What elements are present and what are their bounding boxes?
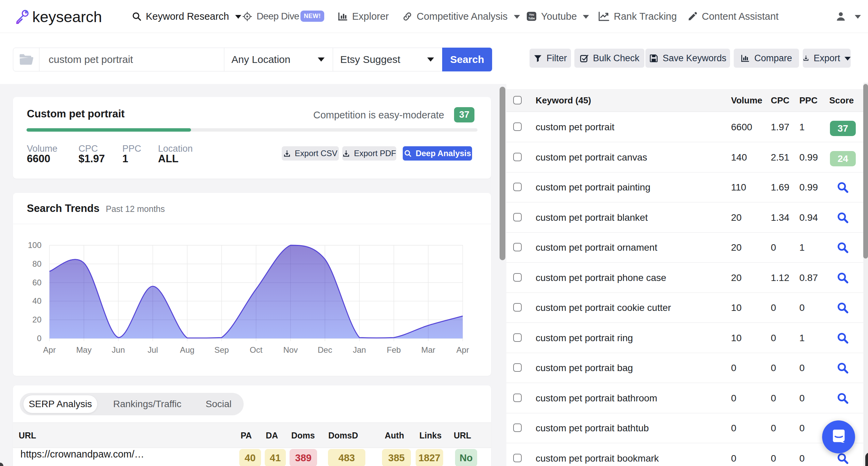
svg-text:40: 40 [32, 296, 41, 305]
svg-text:80: 80 [32, 259, 41, 268]
svg-text:You: You [529, 13, 534, 16]
svg-text:Sep: Sep [214, 345, 229, 354]
svg-text:Aug: Aug [180, 345, 194, 354]
svg-text:0: 0 [37, 334, 41, 343]
svg-text:Tube: Tube [528, 17, 535, 20]
svg-text:Feb: Feb [387, 345, 401, 354]
svg-text:20: 20 [32, 315, 41, 324]
svg-text:Oct: Oct [250, 345, 263, 354]
svg-text:60: 60 [32, 278, 41, 287]
svg-text:Dec: Dec [318, 345, 332, 354]
svg-text:Mar: Mar [421, 345, 435, 354]
svg-text:Nov: Nov [283, 345, 298, 354]
svg-text:Apr: Apr [43, 345, 56, 354]
svg-text:Jun: Jun [112, 345, 125, 354]
svg-text:100: 100 [28, 240, 41, 250]
svg-text:May: May [76, 345, 91, 354]
svg-text:Jul: Jul [147, 345, 158, 354]
svg-text:Apr: Apr [456, 345, 469, 354]
svg-text:Jan: Jan [353, 345, 366, 354]
